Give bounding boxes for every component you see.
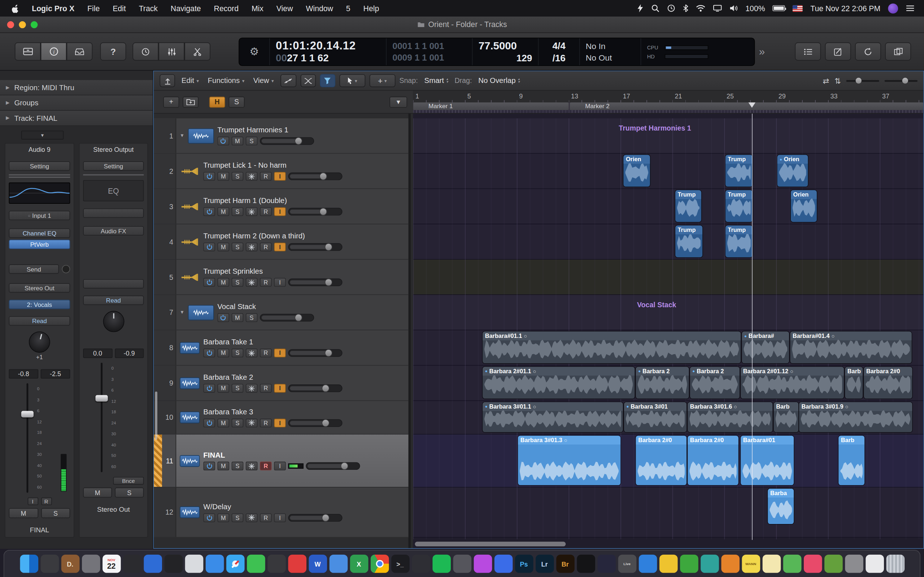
mute-button[interactable]: M: [232, 313, 244, 322]
track-header-10[interactable]: 10Barbara Take 3MSRI: [154, 401, 408, 435]
track-header-8[interactable]: 8Barbara Take 1MSRI: [154, 330, 408, 366]
track-header-4[interactable]: 4Trumpet Harm 2 (Down a third)MSRI: [154, 224, 408, 259]
functions-menu[interactable]: Functions▾: [205, 76, 247, 85]
dock-icon-anaconda[interactable]: [680, 554, 698, 573]
timeline-lane-3[interactable]: TrumpTrumpOrien: [413, 189, 923, 224]
input-monitor-button[interactable]: I: [274, 243, 286, 251]
record-enable-button[interactable]: R: [260, 513, 272, 522]
lcd-display[interactable]: ⚙ 01:01:20.14.12 0027 1 1 62 0001 1 1 00…: [239, 37, 755, 66]
menu-record[interactable]: Record: [208, 0, 245, 16]
take-circle-icon[interactable]: ○: [533, 368, 536, 374]
mute-button[interactable]: M: [217, 349, 229, 357]
dock-icon-word[interactable]: W: [309, 554, 327, 573]
take-circle-icon[interactable]: ○: [845, 403, 848, 409]
timeline-lane-10[interactable]: ●Barbara 3#01.1○●Barbara 3#01Barbara 3#0…: [413, 401, 923, 435]
automation-mode-button[interactable]: Read: [83, 296, 144, 305]
horizontal-scrollbar-thumb[interactable]: [415, 542, 565, 546]
crossfade-tool-button[interactable]: [300, 74, 315, 87]
dock-icon-safari[interactable]: [226, 554, 244, 573]
freeze-button[interactable]: [246, 418, 258, 427]
eq-slot[interactable]: EQ: [83, 180, 144, 201]
record-enable-button[interactable]: R: [260, 207, 272, 216]
peak-value[interactable]: -0.9: [115, 349, 144, 358]
dock-icon-excel[interactable]: X: [350, 554, 368, 573]
track-list-scrollbar-thumb[interactable]: [155, 392, 157, 440]
playhead[interactable]: [752, 114, 753, 540]
mute-button[interactable]: M: [217, 172, 229, 181]
dock-icon-app-green-2[interactable]: [783, 554, 801, 573]
channel-fader[interactable]: 03612182430405060: [9, 382, 70, 494]
window-title-bar[interactable]: Orient - Folder - Tracks: [0, 16, 924, 33]
lcd-expand-chevrons[interactable]: »: [759, 46, 765, 58]
mute-button[interactable]: M: [217, 462, 229, 470]
output-slot-button[interactable]: Stereo Out: [9, 283, 70, 292]
library-button[interactable]: [15, 43, 41, 61]
dock-icon-app-blue-3[interactable]: [494, 554, 512, 573]
power-button[interactable]: [203, 513, 215, 522]
strip-setting-button[interactable]: Setting: [83, 161, 144, 171]
menu-5[interactable]: 5: [340, 0, 357, 16]
volume-slider[interactable]: [288, 419, 342, 427]
track-header-11[interactable]: 11FINALMSRI: [154, 435, 408, 488]
input-monitor-button[interactable]: I: [27, 498, 38, 505]
edit-menu[interactable]: Edit▾: [179, 76, 201, 85]
freeze-button[interactable]: [246, 349, 258, 357]
strip-setting-button[interactable]: Setting: [9, 161, 70, 171]
disclosure-triangle[interactable]: ▼: [180, 133, 184, 139]
region-barbara-2-0[interactable]: Barbara 2#0: [636, 436, 687, 485]
region-barbara-2-0[interactable]: Barbara 2#0: [864, 367, 912, 398]
timeline-lane-8[interactable]: Barbara#01.1○●Barbara#Barbara#01.4○: [413, 330, 923, 366]
region-trump[interactable]: Trump: [725, 226, 753, 257]
strip-name[interactable]: FINAL: [9, 527, 70, 534]
take-circle-icon[interactable]: ○: [564, 437, 567, 443]
region-barb[interactable]: Barb: [774, 402, 799, 432]
marker-marker-2[interactable]: Marker 2: [570, 102, 924, 110]
send-knob[interactable]: [62, 265, 70, 273]
solo-tracks-button[interactable]: S: [228, 96, 244, 108]
dock-icon-settings[interactable]: [453, 554, 472, 573]
filter-button[interactable]: [320, 74, 335, 87]
volume-slider[interactable]: [288, 384, 342, 392]
region-barbara-3-01-3[interactable]: Barbara 3#01.3○: [518, 436, 620, 485]
mute-button[interactable]: M: [9, 508, 38, 518]
volume-slider[interactable]: [288, 514, 342, 521]
input-monitor-button[interactable]: I: [274, 513, 286, 522]
timeline-lane-12[interactable]: Barba: [413, 488, 923, 538]
take-circle-icon[interactable]: ○: [831, 333, 835, 338]
menu-edit[interactable]: Edit: [106, 0, 132, 16]
mute-button[interactable]: M: [217, 513, 229, 522]
help-button[interactable]: ?: [100, 43, 126, 61]
dock-icon-app-teal[interactable]: [700, 554, 719, 573]
input-monitor-button[interactable]: I: [274, 418, 286, 427]
input-monitor-button[interactable]: I: [274, 462, 286, 470]
search-icon[interactable]: [651, 4, 659, 12]
region-barbara-3-01-6[interactable]: Barbara 3#01.6○: [688, 402, 772, 432]
gain-slot-button[interactable]: [83, 208, 144, 218]
vertical-zoom-slider[interactable]: [885, 80, 918, 82]
region-barbara-2-01-12[interactable]: Barbara 2#01.12○: [741, 367, 844, 398]
region-trump[interactable]: Trump: [725, 155, 753, 187]
dock-icon-files-white[interactable]: [866, 554, 884, 573]
channel-strip-preset-button[interactable]: ▾: [21, 131, 64, 139]
group-slot-button[interactable]: 2: Vocals: [9, 300, 70, 309]
list-editors-button[interactable]: [795, 43, 821, 61]
track-header-7[interactable]: 7▼Vocal StackMS: [154, 295, 408, 330]
region-barb[interactable]: Barb: [845, 367, 863, 398]
dock-icon-camera-2[interactable]: [577, 554, 595, 573]
dock-icon-bridge[interactable]: Br: [556, 554, 574, 573]
dock-icon-app-moon[interactable]: [597, 554, 616, 573]
region-inspector-header[interactable]: ▶Region: MIDI Thru: [0, 80, 153, 95]
channel-eq-slot[interactable]: Channel EQ: [9, 228, 70, 238]
solo-button[interactable]: S: [232, 172, 244, 181]
take-circle-icon[interactable]: ○: [734, 403, 737, 409]
power-button[interactable]: [203, 207, 215, 216]
region-trump[interactable]: Trump: [675, 226, 703, 257]
dock-icon-stickies[interactable]: WANN: [742, 554, 760, 573]
apple-menu[interactable]: [6, 4, 25, 13]
dock-icon-lightroom[interactable]: Lr: [535, 554, 554, 573]
dock-icon-app-pink[interactable]: [803, 554, 822, 573]
duplicate-track-button[interactable]: [183, 96, 199, 108]
input-slot-button[interactable]: ○Input 1: [9, 211, 70, 220]
power-button[interactable]: [203, 462, 215, 470]
power-button[interactable]: [217, 313, 229, 322]
